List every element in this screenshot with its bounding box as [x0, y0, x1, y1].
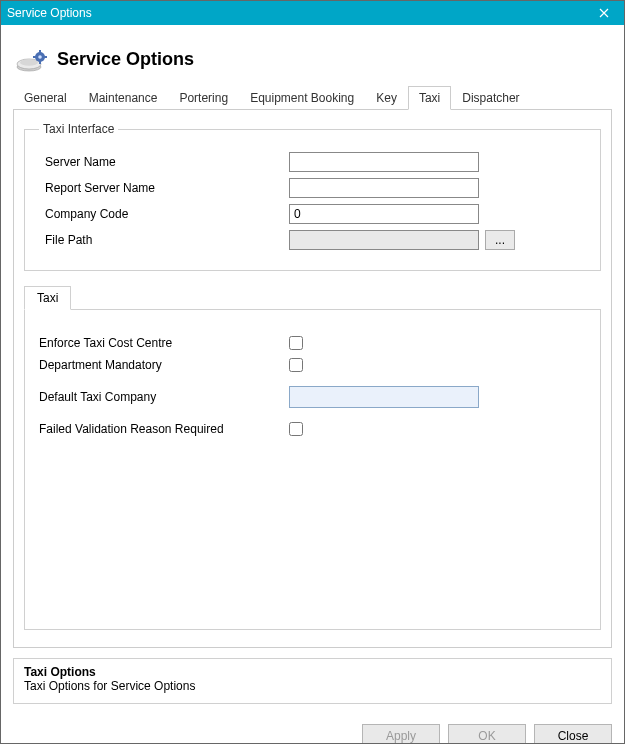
- tab-panel-taxi: Taxi Interface Server Name Report Server…: [13, 110, 612, 648]
- tab-portering[interactable]: Portering: [168, 86, 239, 110]
- page-header: Service Options: [15, 43, 612, 75]
- close-button[interactable]: Close: [534, 724, 612, 744]
- company-code-label: Company Code: [39, 207, 289, 221]
- svg-rect-5: [39, 61, 41, 64]
- tab-key[interactable]: Key: [365, 86, 408, 110]
- tab-dispatcher[interactable]: Dispatcher: [451, 86, 530, 110]
- inner-panel-taxi: Enforce Taxi Cost Centre Department Mand…: [24, 310, 601, 630]
- description-text: Taxi Options for Service Options: [24, 679, 601, 693]
- default-company-label: Default Taxi Company: [39, 390, 289, 404]
- tab-taxi[interactable]: Taxi: [408, 86, 451, 110]
- svg-point-8: [38, 55, 42, 59]
- default-company-input[interactable]: [289, 386, 479, 408]
- enforce-cost-centre-checkbox[interactable]: [289, 336, 303, 350]
- inner-tabs: Taxi: [24, 285, 601, 310]
- main-tabs: General Maintenance Portering Equipment …: [13, 85, 612, 110]
- failed-validation-label: Failed Validation Reason Required: [39, 422, 289, 436]
- tab-general[interactable]: General: [13, 86, 78, 110]
- tab-equipment-booking[interactable]: Equipment Booking: [239, 86, 365, 110]
- page-title: Service Options: [57, 49, 194, 70]
- department-mandatory-checkbox[interactable]: [289, 358, 303, 372]
- taxi-interface-group: Taxi Interface Server Name Report Server…: [24, 122, 601, 271]
- description-title: Taxi Options: [24, 665, 601, 679]
- browse-button[interactable]: ...: [485, 230, 515, 250]
- close-icon[interactable]: [584, 1, 624, 25]
- department-mandatory-label: Department Mandatory: [39, 358, 289, 372]
- enforce-cost-centre-label: Enforce Taxi Cost Centre: [39, 336, 289, 350]
- taxi-interface-legend: Taxi Interface: [39, 122, 118, 136]
- server-name-input[interactable]: [289, 152, 479, 172]
- gears-icon: [15, 43, 47, 75]
- file-path-label: File Path: [39, 233, 289, 247]
- failed-validation-checkbox[interactable]: [289, 422, 303, 436]
- file-path-input[interactable]: [289, 230, 479, 250]
- server-name-label: Server Name: [39, 155, 289, 169]
- svg-rect-4: [39, 50, 41, 53]
- description-box: Taxi Options Taxi Options for Service Op…: [13, 658, 612, 704]
- svg-rect-7: [44, 56, 47, 58]
- ok-button[interactable]: OK: [448, 724, 526, 744]
- apply-button[interactable]: Apply: [362, 724, 440, 744]
- tab-maintenance[interactable]: Maintenance: [78, 86, 169, 110]
- svg-rect-6: [33, 56, 36, 58]
- svg-point-2: [20, 59, 38, 65]
- report-server-name-label: Report Server Name: [39, 181, 289, 195]
- report-server-name-input[interactable]: [289, 178, 479, 198]
- footer: Apply OK Close: [1, 714, 624, 744]
- titlebar: Service Options: [1, 1, 624, 25]
- inner-tab-taxi[interactable]: Taxi: [24, 286, 71, 310]
- window-title: Service Options: [7, 6, 92, 20]
- company-code-input[interactable]: [289, 204, 479, 224]
